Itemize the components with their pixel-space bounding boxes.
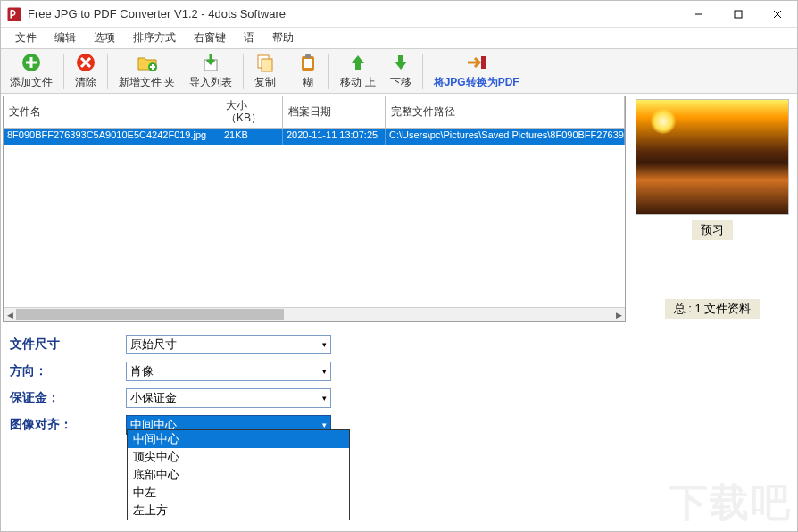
chevron-down-icon: ▾ [322,394,327,403]
cell-size: 21KB [220,129,283,145]
label-filesize: 文件尺寸 [10,337,126,353]
sun-glow [651,109,676,134]
watermark: 下载吧 [669,477,792,529]
align-option[interactable]: 中间中心 [128,430,349,448]
filesize-select[interactable]: 原始尺寸▾ [126,335,331,354]
convert-button[interactable]: 将JPG转换为PDF [427,49,527,93]
import-icon [201,52,220,73]
folder-icon [137,52,158,73]
align-option[interactable]: 中左 [128,484,349,502]
chevron-down-icon: ▾ [322,340,327,349]
preview-image [636,99,789,215]
svg-rect-2 [735,11,742,18]
arrow-up-icon [348,52,368,73]
settings-form: 文件尺寸 原始尺寸▾ 方向： 肖像▾ 保证金： 小保证金▾ 图像对齐： 中间中心… [1,324,797,445]
menu-edit[interactable]: 编辑 [46,29,85,47]
toolbar-separator [287,54,287,89]
total-label: 总 : 1 文件资料 [665,299,761,319]
toolbar: 添加文件 清除 新增文件 夹 导入列表 复制 糊 移动 上 下移 将JPG转换为… [1,49,797,94]
align-option[interactable]: 顶尖中心 [128,448,349,466]
maximize-button[interactable] [719,1,758,27]
clear-icon [76,52,96,73]
new-folder-button[interactable]: 新增文件 夹 [112,49,182,93]
align-dropdown[interactable]: 中间中心 顶尖中心 底部中心 中左 左上方 [127,429,350,520]
toolbar-separator [328,54,329,89]
toolbar-separator [107,54,108,89]
col-filename[interactable]: 文件名 [4,96,220,128]
close-button[interactable] [758,1,797,27]
title-bar: Free JPG to PDF Converter V1.2 - 4dots S… [1,1,797,28]
copy-icon [255,52,275,73]
preview-label: 预习 [692,220,733,240]
scroll-right-icon[interactable]: ▶ [612,308,625,322]
minimize-button[interactable] [679,1,719,27]
paste-button[interactable]: 糊 [291,49,325,93]
preview-panel: 预习 总 : 1 文件资料 [628,94,797,324]
cell-date: 2020-11-11 13:07:25 [283,129,386,145]
toolbar-separator [422,54,423,89]
cell-path: C:\Users\pc\Pictures\Saved Pictures\8F09… [386,129,625,145]
arrow-down-icon [391,52,411,73]
table-body[interactable]: 8F090BFF276393C5A9010E5C4242F019.jpg 21K… [4,129,625,307]
menu-bar: 文件 编辑 选项 排序方式 右窗键 语 帮助 [1,28,797,49]
col-size[interactable]: 大小（KB） [220,96,283,128]
margin-select[interactable]: 小保证金▾ [126,388,331,408]
align-option[interactable]: 底部中心 [128,466,349,484]
app-icon [6,6,22,22]
window-title: Free JPG to PDF Converter V1.2 - 4dots S… [28,7,679,21]
table-row[interactable]: 8F090BFF276393C5A9010E5C4242F019.jpg 21K… [4,129,625,145]
align-option[interactable]: 左上方 [128,502,349,520]
toolbar-separator [243,54,244,89]
label-align: 图像对齐： [10,417,126,433]
col-date[interactable]: 档案日期 [283,96,386,128]
menu-file[interactable]: 文件 [6,29,46,47]
svg-rect-16 [262,59,272,71]
cell-filename: 8F090BFF276393C5A9010E5C4242F019.jpg [4,129,220,145]
menu-language[interactable]: 语 [235,29,263,47]
orientation-select[interactable]: 肖像▾ [126,362,331,381]
col-path[interactable]: 完整文件路径 [386,96,625,128]
clear-button[interactable]: 清除 [68,49,104,93]
svg-rect-19 [305,54,311,58]
plus-icon [21,52,41,73]
move-up-button[interactable]: 移动 上 [333,49,382,93]
menu-rightpane[interactable]: 右窗键 [185,29,235,47]
chevron-down-icon: ▾ [322,367,327,376]
copy-button[interactable]: 复制 [247,49,283,93]
import-list-button[interactable]: 导入列表 [182,49,239,93]
menu-sort[interactable]: 排序方式 [124,29,185,47]
scroll-thumb[interactable] [16,309,284,320]
label-orientation: 方向： [10,363,126,379]
chevron-down-icon: ▾ [322,420,327,429]
toolbar-separator [63,54,64,89]
file-table[interactable]: 文件名 大小（KB） 档案日期 完整文件路径 8F090BFF276393C5A… [3,96,626,322]
convert-icon [465,52,488,73]
table-header: 文件名 大小（KB） 档案日期 完整文件路径 [4,96,625,129]
scroll-left-icon[interactable]: ◀ [4,308,16,322]
svg-rect-18 [304,59,312,68]
paste-icon [298,52,318,73]
menu-help[interactable]: 帮助 [263,29,303,47]
svg-rect-20 [481,56,486,69]
label-margin: 保证金： [10,390,126,406]
menu-options[interactable]: 选项 [85,29,124,47]
add-file-button[interactable]: 添加文件 [3,49,60,93]
move-down-button[interactable]: 下移 [383,49,419,93]
horizontal-scrollbar[interactable]: ◀ ▶ [4,307,625,321]
